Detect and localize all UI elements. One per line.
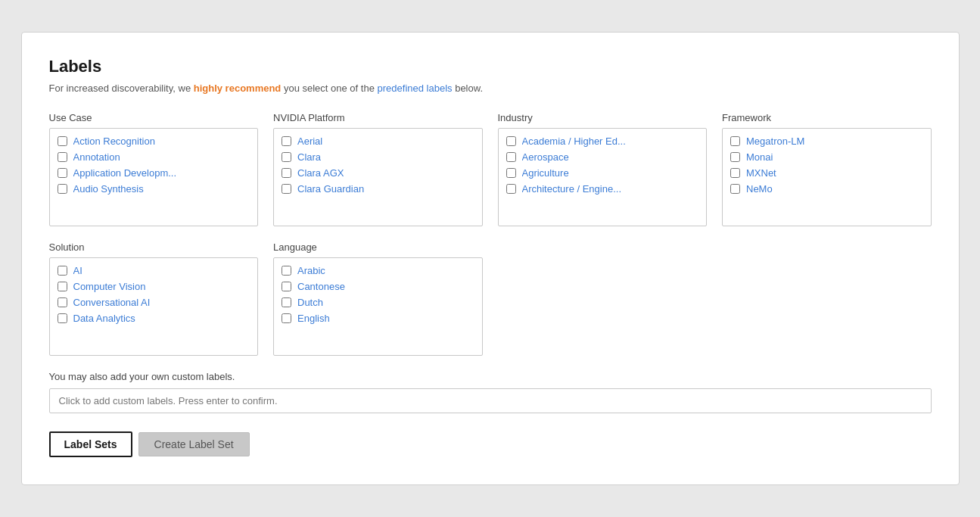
list-item-label: Agriculture	[522, 167, 569, 179]
list-item-label: Clara	[297, 151, 321, 163]
checkbox[interactable]	[282, 168, 291, 178]
checkbox[interactable]	[58, 266, 67, 276]
list-item[interactable]: Aerospace	[499, 149, 707, 165]
spacer-col	[498, 241, 708, 356]
list-item[interactable]: AI	[50, 263, 258, 279]
custom-labels-section: You may also add your own custom labels.	[49, 371, 932, 413]
list-item[interactable]: Clara Guardian	[274, 181, 482, 197]
category-col-solution: SolutionAIComputer VisionConversational …	[49, 241, 259, 356]
list-item[interactable]: Application Developm...	[50, 165, 258, 181]
checkbox-list-framework[interactable]: Megatron-LMMonaiMXNetNeMo	[722, 128, 932, 226]
category-label-language: Language	[273, 241, 483, 253]
categories-row-2: SolutionAIComputer VisionConversational …	[49, 241, 932, 356]
checkbox[interactable]	[730, 136, 740, 146]
checkbox[interactable]	[58, 282, 67, 291]
category-label-industry: Industry	[498, 112, 708, 123]
list-item-label: Aerial	[297, 135, 322, 147]
checkbox[interactable]	[282, 297, 291, 307]
category-label-framework: Framework	[722, 112, 932, 123]
list-item-label: Data Analytics	[73, 313, 135, 324]
list-item[interactable]: Dutch	[274, 294, 482, 310]
checkbox[interactable]	[506, 136, 516, 146]
checkbox[interactable]	[58, 152, 67, 162]
subtitle: For increased discoverability, we highly…	[49, 83, 932, 94]
spacer-col	[722, 241, 932, 356]
checkbox[interactable]	[58, 168, 67, 178]
list-item[interactable]: Annotation	[50, 149, 258, 165]
list-item[interactable]: Data Analytics	[50, 310, 258, 326]
list-item-label: Annotation	[73, 151, 120, 163]
category-col-nvidia-platform: NVIDIA PlatformAerialClaraClara AGXClara…	[273, 112, 483, 226]
list-item[interactable]: Arabic	[274, 263, 482, 279]
list-item[interactable]: MXNet	[723, 165, 931, 181]
checkbox-list-solution[interactable]: AIComputer VisionConversational AIData A…	[49, 257, 259, 356]
checkbox[interactable]	[730, 168, 740, 178]
checkbox-list-nvidia-platform[interactable]: AerialClaraClara AGXClara Guardian	[273, 128, 483, 226]
list-item[interactable]: Audio Synthesis	[50, 181, 258, 197]
list-item-label: Clara AGX	[297, 167, 344, 179]
list-item-label: Conversational AI	[73, 297, 151, 308]
list-item-label: Megatron-LM	[746, 135, 804, 147]
checkbox[interactable]	[506, 152, 516, 162]
list-item-label: Dutch	[297, 297, 323, 308]
category-label-solution: Solution	[49, 241, 259, 253]
checkbox-list-industry[interactable]: Academia / Higher Ed...AerospaceAgricult…	[498, 128, 708, 226]
checkbox[interactable]	[282, 152, 291, 162]
buttons-row: Label Sets Create Label Set	[49, 431, 932, 457]
list-item-label: English	[297, 313, 330, 324]
checkbox[interactable]	[730, 184, 740, 194]
labels-card: Labels For increased discoverability, we…	[21, 32, 960, 485]
list-item-label: Aerospace	[522, 151, 569, 163]
category-col-framework: FrameworkMegatron-LMMonaiMXNetNeMo	[722, 112, 932, 226]
subtitle-end: below.	[453, 83, 483, 94]
list-item[interactable]: Academia / Higher Ed...	[499, 133, 707, 149]
category-col-industry: IndustryAcademia / Higher Ed...Aerospace…	[498, 112, 708, 226]
page-title: Labels	[49, 57, 932, 76]
checkbox[interactable]	[506, 168, 516, 178]
list-item[interactable]: English	[274, 310, 482, 326]
create-label-set-button[interactable]: Create Label Set	[138, 432, 250, 456]
list-item[interactable]: Computer Vision	[50, 279, 258, 294]
list-item-label: Academia / Higher Ed...	[522, 135, 626, 147]
list-item[interactable]: Agriculture	[499, 165, 707, 181]
category-label-nvidia-platform: NVIDIA Platform	[273, 112, 483, 123]
subtitle-link: predefined labels	[378, 83, 453, 94]
checkbox[interactable]	[282, 282, 291, 291]
checkbox[interactable]	[58, 297, 67, 307]
list-item[interactable]: Action Recognition	[50, 133, 258, 149]
subtitle-start: For increased discoverability, we	[49, 83, 194, 94]
checkbox[interactable]	[282, 184, 291, 194]
list-item-label: MXNet	[746, 167, 776, 179]
list-item-label: NeMo	[746, 183, 773, 195]
category-col-use-case: Use CaseAction RecognitionAnnotationAppl…	[49, 112, 259, 226]
label-sets-button[interactable]: Label Sets	[49, 431, 132, 457]
list-item[interactable]: Conversational AI	[50, 294, 258, 310]
list-item[interactable]: Megatron-LM	[723, 133, 931, 149]
checkbox[interactable]	[282, 266, 291, 276]
checkbox[interactable]	[506, 184, 516, 194]
list-item[interactable]: Clara	[274, 149, 482, 165]
list-item[interactable]: Clara AGX	[274, 165, 482, 181]
checkbox-list-use-case[interactable]: Action RecognitionAnnotationApplication …	[49, 128, 259, 226]
checkbox[interactable]	[282, 136, 291, 146]
list-item[interactable]: Aerial	[274, 133, 482, 149]
list-item-label: Architecture / Engine...	[522, 183, 622, 195]
checkbox[interactable]	[730, 152, 740, 162]
list-item-label: Arabic	[297, 265, 325, 276]
list-item-label: Action Recognition	[73, 135, 155, 147]
list-item-label: Monai	[746, 151, 773, 163]
list-item-label: AI	[73, 265, 82, 276]
category-col-language: LanguageArabicCantoneseDutchEnglish	[273, 241, 483, 356]
list-item[interactable]: Architecture / Engine...	[499, 181, 707, 197]
checkbox[interactable]	[58, 313, 67, 323]
checkbox[interactable]	[58, 184, 67, 194]
checkbox-list-language[interactable]: ArabicCantoneseDutchEnglish	[273, 257, 483, 356]
custom-labels-input[interactable]	[49, 388, 932, 413]
checkbox[interactable]	[282, 313, 291, 323]
list-item[interactable]: Cantonese	[274, 279, 482, 294]
subtitle-recommend: highly recommend	[194, 83, 282, 94]
list-item[interactable]: NeMo	[723, 181, 931, 197]
checkbox[interactable]	[58, 136, 67, 146]
list-item[interactable]: Monai	[723, 149, 931, 165]
list-item-label: Application Developm...	[73, 167, 177, 179]
